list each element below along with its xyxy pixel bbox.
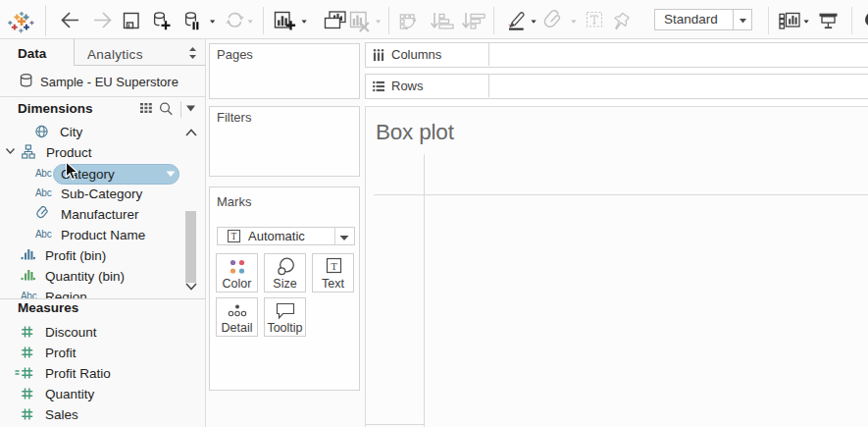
svg-text:T: T bbox=[231, 232, 237, 241]
svg-text:T: T bbox=[331, 260, 337, 272]
